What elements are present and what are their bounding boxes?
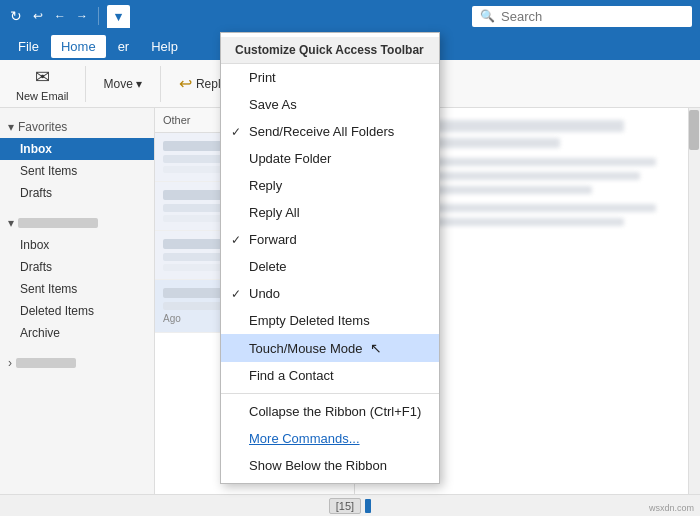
search-input[interactable] bbox=[501, 9, 684, 24]
ribbon-separator-2 bbox=[160, 66, 161, 102]
refresh-icon[interactable]: ↻ bbox=[8, 8, 24, 24]
dropdown-item-save-as[interactable]: Save As bbox=[221, 91, 439, 118]
account-chevron-icon: ▾ bbox=[8, 216, 14, 230]
dropdown-item-reply[interactable]: Reply bbox=[221, 172, 439, 199]
dropdown-item-label: Show Below the Ribbon bbox=[249, 458, 387, 473]
page-badge: [15] bbox=[329, 498, 361, 514]
dropdown-item-label: Undo bbox=[249, 286, 280, 301]
dropdown-item-label: Save As bbox=[249, 97, 297, 112]
check-mark-icon: ✓ bbox=[231, 233, 241, 247]
check-mark-icon: ✓ bbox=[231, 287, 241, 301]
menu-help[interactable]: Help bbox=[141, 35, 188, 58]
dropdown-item-label: Empty Deleted Items bbox=[249, 313, 370, 328]
dropdown-item-reply-all[interactable]: Reply All bbox=[221, 199, 439, 226]
dropdown-item-touch-mouse[interactable]: Touch/Mouse Mode↖ bbox=[221, 334, 439, 362]
dropdown-item-label: Touch/Mouse Mode bbox=[249, 341, 362, 356]
dropdown-overlay: Customize Quick Access Toolbar PrintSave… bbox=[220, 32, 440, 484]
dropdown-item-label: Print bbox=[249, 70, 276, 85]
section3-header[interactable]: › bbox=[0, 352, 154, 374]
reply-icon: ↩ bbox=[179, 74, 192, 93]
section3-chevron-icon: › bbox=[8, 356, 12, 370]
move-dropdown-icon: ▾ bbox=[136, 77, 142, 91]
sidebar-item-archive[interactable]: Archive bbox=[0, 322, 154, 344]
dropdown-item-label: Update Folder bbox=[249, 151, 331, 166]
quick-access-toolbar-button[interactable]: ▾ bbox=[107, 5, 130, 28]
title-bar: ↻ ↩ ← → ▾ 🔍 bbox=[0, 0, 700, 32]
account-label bbox=[18, 218, 98, 228]
sidebar-item-deleted[interactable]: Deleted Items bbox=[0, 300, 154, 322]
dropdown-item-label: Find a Contact bbox=[249, 368, 334, 383]
search-box: 🔍 bbox=[472, 6, 692, 27]
dropdown-item-send-receive[interactable]: ✓Send/Receive All Folders bbox=[221, 118, 439, 145]
dropdown-item-find-contact[interactable]: Find a Contact bbox=[221, 362, 439, 389]
new-email-icon: ✉ bbox=[35, 66, 50, 88]
favorites-label: Favorites bbox=[18, 120, 67, 134]
dropdown-item-collapse-ribbon[interactable]: Collapse the Ribbon (Ctrl+F1) bbox=[221, 398, 439, 425]
section3-label bbox=[16, 358, 76, 368]
dropdown-item-empty-deleted[interactable]: Empty Deleted Items bbox=[221, 307, 439, 334]
back-icon[interactable]: ← bbox=[52, 8, 68, 24]
filter-label[interactable]: Other bbox=[163, 114, 191, 126]
dropdown-item-label: Reply bbox=[249, 178, 282, 193]
undo-icon[interactable]: ↩ bbox=[30, 8, 46, 24]
sidebar-item-inbox[interactable]: Inbox bbox=[0, 138, 154, 160]
move-label: Move bbox=[104, 77, 133, 91]
dropdown-item-delete[interactable]: Delete bbox=[221, 253, 439, 280]
search-icon: 🔍 bbox=[480, 9, 495, 23]
dropdown-item-undo[interactable]: ✓Undo bbox=[221, 280, 439, 307]
dropdown-item-more-commands[interactable]: More Commands... bbox=[221, 425, 439, 452]
check-mark-icon: ✓ bbox=[231, 125, 241, 139]
status-bar: [15] wsxdn.com bbox=[0, 494, 700, 516]
account-header[interactable]: ▾ bbox=[0, 212, 154, 234]
dropdown-item-print[interactable]: Print bbox=[221, 64, 439, 91]
dropdown-title: Customize Quick Access Toolbar bbox=[221, 37, 439, 64]
watermark: wsxdn.com bbox=[649, 503, 694, 513]
favorites-header[interactable]: ▾ Favorites bbox=[0, 116, 154, 138]
scroll-bar[interactable] bbox=[688, 108, 700, 516]
menu-home[interactable]: Home bbox=[51, 35, 106, 58]
dropdown-item-label: Delete bbox=[249, 259, 287, 274]
sidebar-item-inbox2[interactable]: Inbox bbox=[0, 234, 154, 256]
menu-file[interactable]: File bbox=[8, 35, 49, 58]
new-email-label: New Email bbox=[16, 90, 69, 102]
separator bbox=[98, 7, 99, 25]
forward-icon[interactable]: → bbox=[74, 8, 90, 24]
scroll-thumb[interactable] bbox=[689, 110, 699, 150]
new-email-button[interactable]: ✉ New Email bbox=[8, 62, 77, 106]
pagination: [15] bbox=[329, 498, 371, 514]
cursor-icon: ↖ bbox=[370, 340, 382, 356]
favorites-chevron-icon: ▾ bbox=[8, 120, 14, 134]
move-button[interactable]: Move ▾ bbox=[94, 71, 152, 97]
sidebar: ▾ Favorites Inbox Sent Items Drafts ▾ In… bbox=[0, 108, 155, 516]
ribbon-separator bbox=[85, 66, 86, 102]
sidebar-item-drafts[interactable]: Drafts bbox=[0, 182, 154, 204]
dropdown-separator bbox=[221, 393, 439, 394]
dropdown-item-show-below[interactable]: Show Below the Ribbon bbox=[221, 452, 439, 479]
dropdown-item-label: Forward bbox=[249, 232, 297, 247]
dropdown-item-label: Collapse the Ribbon (Ctrl+F1) bbox=[249, 404, 421, 419]
dropdown-item-label: Send/Receive All Folders bbox=[249, 124, 394, 139]
sidebar-item-drafts2[interactable]: Drafts bbox=[0, 256, 154, 278]
page-progress-bar bbox=[365, 499, 371, 513]
menu-er[interactable]: er bbox=[108, 35, 140, 58]
dropdown-item-label: More Commands... bbox=[249, 431, 360, 446]
dropdown-item-forward[interactable]: ✓Forward bbox=[221, 226, 439, 253]
sidebar-item-sent[interactable]: Sent Items bbox=[0, 160, 154, 182]
dropdown-item-label: Reply All bbox=[249, 205, 300, 220]
sidebar-item-sent2[interactable]: Sent Items bbox=[0, 278, 154, 300]
dropdown-menu: Customize Quick Access Toolbar PrintSave… bbox=[220, 32, 440, 484]
dropdown-item-update-folder[interactable]: Update Folder bbox=[221, 145, 439, 172]
